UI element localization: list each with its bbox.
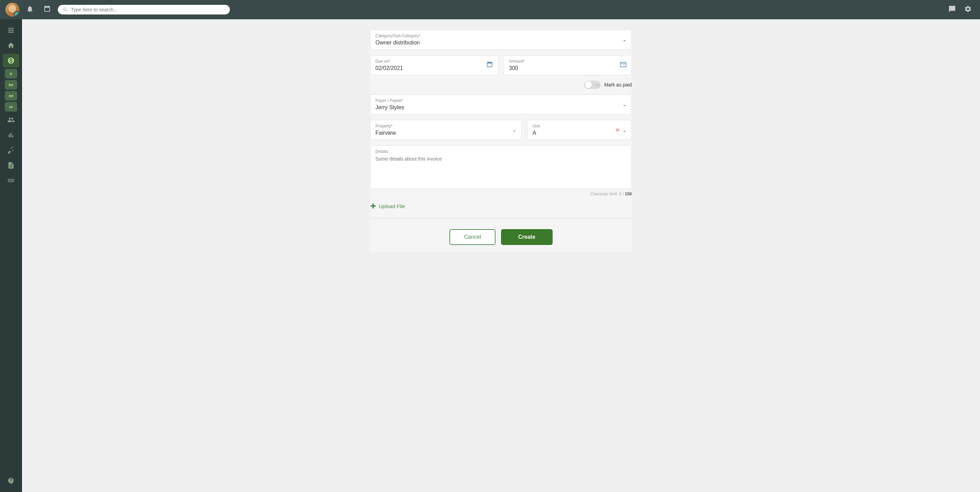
sidebar-item-tools[interactable] bbox=[3, 143, 19, 157]
payer-payee-value: Jerry Styles bbox=[375, 104, 404, 110]
due-amount-row: Due on* 02/02/2021 Amount* 300 bbox=[370, 55, 632, 75]
sidebar-item-home[interactable] bbox=[3, 38, 19, 53]
sidebar-item-apps[interactable] bbox=[3, 24, 19, 37]
due-on-value: 02/02/2021 bbox=[375, 65, 403, 71]
divider bbox=[370, 219, 632, 219]
calendar-icon[interactable] bbox=[41, 2, 54, 17]
details-textarea[interactable] bbox=[375, 156, 627, 184]
bell-icon[interactable] bbox=[24, 2, 37, 17]
details-label: Details bbox=[375, 149, 627, 154]
sidebar-item-reports[interactable] bbox=[3, 128, 19, 142]
mark-paid-toggle[interactable]: no bbox=[584, 81, 601, 89]
unit-label: Unit bbox=[532, 124, 627, 128]
unit-value: A bbox=[532, 130, 536, 136]
sidebar-bottom bbox=[3, 474, 19, 488]
sidebar-item-financials[interactable] bbox=[3, 54, 19, 67]
amount-value: 300 bbox=[509, 65, 518, 71]
category-dropdown-icon: ⌄ bbox=[622, 37, 627, 42]
cancel-button[interactable]: Cancel bbox=[449, 229, 495, 245]
search-bar[interactable] bbox=[58, 5, 230, 14]
mark-paid-row: no Mark as paid bbox=[370, 81, 632, 89]
property-value: Fairview bbox=[375, 130, 396, 136]
property-label: Property* bbox=[375, 124, 517, 128]
sidebar: tr bn mt re bbox=[0, 19, 22, 492]
create-button[interactable]: Create bbox=[501, 229, 553, 245]
due-on-field[interactable]: Due on* 02/02/2021 bbox=[370, 55, 498, 75]
form-container: Category/Sub-Category* Owner distributio… bbox=[370, 30, 632, 252]
toggle-no-label: no bbox=[596, 83, 600, 87]
topbar-right bbox=[946, 2, 975, 17]
payer-dropdown-icon: ⌄ bbox=[622, 102, 627, 107]
sidebar-item-bn[interactable]: bn bbox=[5, 80, 17, 89]
sidebar-item-people[interactable] bbox=[3, 113, 19, 127]
sidebar-item-tr[interactable]: tr bbox=[5, 69, 17, 78]
payer-payee-label: Payer / Payee* bbox=[375, 98, 627, 103]
details-field[interactable]: Details bbox=[370, 145, 632, 189]
avatar[interactable] bbox=[5, 3, 19, 16]
sidebar-item-support[interactable] bbox=[3, 474, 19, 488]
amount-field[interactable]: Amount* 300 bbox=[504, 55, 632, 75]
main-content: Category/Sub-Category* Owner distributio… bbox=[22, 19, 980, 492]
amount-icon bbox=[620, 61, 627, 69]
property-dropdown-icon: ⌄ bbox=[512, 127, 517, 133]
sidebar-item-documents[interactable] bbox=[3, 158, 19, 172]
topbar bbox=[0, 0, 980, 19]
unit-dropdown-icon[interactable]: ⌄ bbox=[622, 127, 627, 133]
toggle-knob bbox=[585, 81, 592, 88]
category-label: Category/Sub-Category* bbox=[375, 34, 627, 38]
upload-plus-icon: ✚ bbox=[370, 202, 376, 210]
category-value: Owner distribution bbox=[375, 40, 420, 45]
unit-controls: ✕ ⌄ bbox=[615, 127, 627, 133]
char-limit: Character limit: 0 / 150 bbox=[370, 192, 632, 196]
category-field[interactable]: Category/Sub-Category* Owner distributio… bbox=[370, 30, 632, 50]
property-field[interactable]: Property* Fairview ⌄ bbox=[370, 120, 522, 140]
unit-clear-icon[interactable]: ✕ bbox=[615, 127, 620, 133]
chat-icon[interactable] bbox=[946, 2, 959, 17]
settings-icon[interactable] bbox=[961, 2, 975, 17]
sidebar-item-mt[interactable]: mt bbox=[5, 91, 17, 101]
search-icon bbox=[63, 7, 68, 13]
category-row: Category/Sub-Category* Owner distributio… bbox=[370, 30, 632, 50]
sidebar-item-re[interactable]: re bbox=[5, 102, 17, 112]
amount-label: Amount* bbox=[509, 59, 627, 64]
payer-payee-field[interactable]: Payer / Payee* Jerry Styles ⌄ bbox=[370, 94, 632, 114]
mark-paid-label: Mark as paid bbox=[604, 82, 632, 88]
property-unit-row: Property* Fairview ⌄ Unit A ✕ ⌄ bbox=[370, 120, 632, 140]
payer-payee-row: Payer / Payee* Jerry Styles ⌄ bbox=[370, 94, 632, 114]
calendar-field-icon bbox=[486, 61, 493, 69]
button-row: Cancel Create bbox=[370, 226, 632, 252]
upload-file-row[interactable]: ✚ Upload File bbox=[370, 202, 632, 210]
upload-label: Upload File bbox=[379, 203, 405, 209]
search-input[interactable] bbox=[71, 7, 225, 13]
sidebar-item-links[interactable] bbox=[3, 174, 19, 187]
unit-field[interactable]: Unit A ✕ ⌄ bbox=[527, 120, 632, 140]
due-on-label: Due on* bbox=[375, 59, 493, 64]
